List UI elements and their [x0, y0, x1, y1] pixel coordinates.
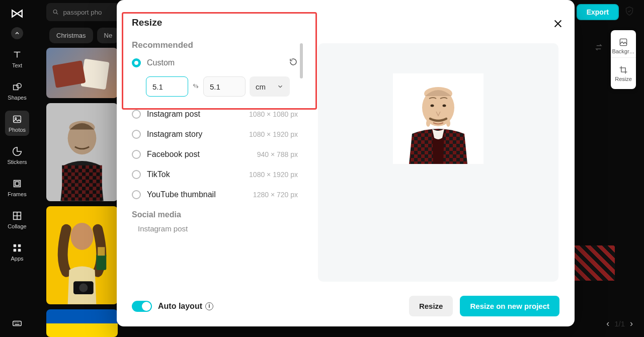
- tool-shapes[interactable]: Shapes: [5, 78, 29, 104]
- chip-christmas[interactable]: Christmas: [49, 28, 93, 43]
- filter-chips: Christmas Ne: [49, 28, 119, 43]
- radio-icon: [132, 190, 141, 199]
- radio-icon: [132, 150, 141, 159]
- unit-select[interactable]: cm: [250, 76, 290, 97]
- search-input[interactable]: [63, 9, 118, 16]
- page-indicator: ‹ 1/1 ›: [606, 318, 633, 329]
- tool-label: Text: [12, 62, 22, 68]
- auto-layout-label: Auto layout i: [158, 302, 213, 311]
- swap-dimensions-icon[interactable]: [192, 81, 199, 93]
- page-next[interactable]: ›: [630, 318, 633, 329]
- width-input[interactable]: [146, 76, 188, 97]
- tool-frames[interactable]: Frames: [5, 175, 29, 200]
- tool-photos[interactable]: Photos: [5, 111, 29, 136]
- close-button[interactable]: [552, 18, 564, 31]
- auto-layout-toggle[interactable]: [132, 301, 152, 312]
- right-tool-label: Backgr…: [612, 48, 634, 54]
- section-recommended: Recommended: [132, 40, 298, 50]
- background-icon: [618, 37, 628, 47]
- right-tool-background[interactable]: Backgr…: [611, 34, 636, 58]
- preset-instagram-story[interactable]: Instagram story 1080 × 1920 px: [132, 130, 298, 139]
- person-icon: [46, 108, 118, 201]
- close-icon: [552, 18, 564, 29]
- svg-point-28: [431, 105, 434, 107]
- svg-rect-8: [18, 244, 21, 247]
- svg-rect-24: [620, 39, 626, 45]
- preset-tiktok[interactable]: TikTok 1080 × 1920 px: [132, 170, 298, 179]
- radio-icon: [132, 110, 141, 119]
- svg-rect-10: [18, 249, 21, 252]
- right-tool-label: Resize: [615, 76, 632, 82]
- person-icon: [46, 206, 118, 304]
- preset-youtube-thumbnail[interactable]: YouTube thumbnail 1280 × 720 px: [132, 190, 298, 199]
- export-button[interactable]: Export: [577, 4, 619, 20]
- search-icon: [52, 8, 59, 16]
- thumb-passport-docs[interactable]: [46, 48, 118, 98]
- thumb-flag[interactable]: [46, 309, 118, 337]
- preset-instagram-post[interactable]: Instagram post 1080 × 1080 px: [132, 110, 298, 119]
- custom-dimensions: cm: [146, 76, 298, 97]
- svg-point-12: [53, 10, 57, 14]
- resize-preview: [318, 43, 558, 282]
- svg-rect-9: [14, 249, 17, 252]
- radio-icon: [132, 170, 141, 179]
- social-item[interactable]: Instagram post: [138, 224, 298, 233]
- shield-icon[interactable]: [624, 6, 635, 19]
- page-prev[interactable]: ‹: [606, 318, 609, 329]
- svg-point-21: [79, 284, 88, 292]
- modal-footer: Auto layout i Resize Resize on new proje…: [132, 296, 559, 316]
- tool-stickers[interactable]: Stickers: [5, 143, 29, 168]
- sidebar-up-button[interactable]: [11, 27, 23, 39]
- preset-facebook-post[interactable]: Facebook post 940 × 788 px: [132, 150, 298, 159]
- canvas-swap-icon[interactable]: [594, 42, 604, 54]
- right-tool-resize[interactable]: Resize: [611, 62, 636, 85]
- tool-label: Frames: [8, 191, 26, 197]
- panel-scrollbar[interactable]: [300, 43, 303, 78]
- chevron-down-icon: [277, 83, 284, 90]
- option-custom[interactable]: Custom: [132, 57, 298, 68]
- modal-title: Resize: [132, 17, 559, 28]
- resize-options-panel: Recommended Custom cm Instagram post: [132, 40, 298, 284]
- svg-point-1: [17, 83, 21, 88]
- svg-point-19: [70, 223, 93, 250]
- thumb-man-portrait[interactable]: [46, 103, 118, 201]
- svg-rect-15: [62, 165, 102, 201]
- page-count: 1/1: [614, 319, 625, 328]
- info-icon[interactable]: i: [205, 302, 213, 310]
- tool-text[interactable]: Text: [5, 46, 29, 71]
- chip-ne[interactable]: Ne: [97, 28, 120, 43]
- radio-icon: [132, 130, 141, 139]
- resize-new-project-button[interactable]: Resize on new project: [460, 296, 559, 316]
- unit-value: cm: [256, 82, 266, 91]
- svg-rect-11: [13, 321, 22, 325]
- search-input-wrap[interactable]: [46, 3, 124, 21]
- crop-icon: [618, 65, 628, 75]
- photo-results: [46, 48, 118, 337]
- radio-selected-icon: [132, 58, 141, 67]
- svg-point-29: [443, 105, 446, 107]
- app-logo-icon: [11, 7, 24, 20]
- preset-list: Instagram post 1080 × 1080 px Instagram …: [132, 110, 298, 199]
- tool-apps[interactable]: Apps: [5, 239, 29, 265]
- resize-button[interactable]: Resize: [409, 296, 453, 316]
- tool-label: Stickers: [7, 159, 27, 165]
- tool-collage[interactable]: Collage: [5, 207, 29, 232]
- thumb-woman-camera[interactable]: [46, 206, 118, 304]
- custom-label: Custom: [147, 58, 175, 67]
- right-toolbar: Backgr… Resize: [611, 30, 636, 89]
- preview-photo: [393, 73, 484, 164]
- svg-rect-22: [96, 255, 106, 270]
- tool-label: Collage: [8, 223, 26, 229]
- left-sidebar: Text Shapes Photos Stickers Frames Colla…: [0, 0, 34, 337]
- svg-rect-23: [98, 247, 105, 256]
- resize-modal: Resize Recommended Custom cm: [117, 0, 575, 326]
- height-input[interactable]: [203, 76, 246, 97]
- tool-label: Apps: [11, 256, 23, 262]
- reset-icon[interactable]: [289, 57, 298, 68]
- tool-label: Shapes: [8, 95, 26, 101]
- tool-keyboard[interactable]: [5, 315, 29, 332]
- canvas-photo-fragment: [575, 245, 615, 281]
- svg-point-30: [426, 120, 430, 127]
- svg-rect-7: [14, 244, 17, 247]
- section-social: Social media: [132, 210, 298, 219]
